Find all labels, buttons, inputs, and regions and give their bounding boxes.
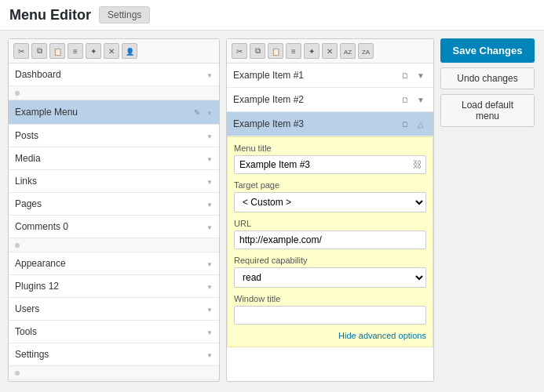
menu-title-group: Menu title ⛓ xyxy=(234,143,426,174)
window-title-label: Window title xyxy=(234,294,426,303)
chevron-up-icon[interactable]: △ xyxy=(414,118,427,130)
list-icon[interactable] xyxy=(68,43,83,59)
target-page-select[interactable]: < Custom > Home About Contact xyxy=(234,192,426,212)
window-title-input[interactable] xyxy=(234,306,426,325)
middle-toolbar xyxy=(227,39,433,64)
menu-item-settings[interactable]: Settings xyxy=(9,343,219,366)
capability-label: Required capability xyxy=(234,256,426,265)
add-icon-mid[interactable] xyxy=(304,43,319,59)
window-title-group: Window title xyxy=(234,294,426,325)
list-item-3-expanded: Example Item #3 🗋 △ Menu title ⛓ xyxy=(227,112,433,347)
left-panel: Dashboard Example Menu ✎ Posts Media Li xyxy=(8,38,220,382)
left-divider-1 xyxy=(9,86,219,100)
list-icon-mid[interactable] xyxy=(286,43,301,59)
header: Menu Editor Settings xyxy=(0,0,544,31)
target-page-label: Target page xyxy=(234,180,426,190)
list-item-3-header[interactable]: Example Item #3 🗋 △ xyxy=(227,112,433,136)
chevron-down-icon xyxy=(206,154,213,163)
chevron-down-icon[interactable]: ▼ xyxy=(414,69,427,82)
save-changes-button[interactable]: Save Changes xyxy=(440,38,535,63)
hide-advanced-link[interactable]: Hide advanced options xyxy=(234,331,426,340)
page-icon-3[interactable]: 🗋 xyxy=(399,118,411,130)
menu-item-appearance[interactable]: Appearance xyxy=(9,252,219,275)
chevron-down-icon xyxy=(206,177,213,186)
capability-group: Required capability read edit_posts mana… xyxy=(234,256,426,288)
settings-tab[interactable]: Settings xyxy=(99,6,150,24)
right-panel: Save Changes Undo changes Load default m… xyxy=(440,38,535,382)
chevron-down-icon xyxy=(206,132,213,140)
left-menu-list: Dashboard Example Menu ✎ Posts Media Li xyxy=(9,64,219,380)
menu-item-comments[interactable]: Comments 0 xyxy=(9,216,219,238)
chevron-down-icon xyxy=(206,328,213,336)
paste-icon-mid[interactable] xyxy=(268,43,283,59)
middle-menu-list: Example Item #1 🗋 ▼ Example Item #2 🗋 ▼ … xyxy=(227,64,433,380)
page-title: Menu Editor xyxy=(9,7,91,24)
list-item-1[interactable]: Example Item #1 🗋 ▼ xyxy=(227,64,433,88)
chevron-down-icon xyxy=(206,282,213,291)
url-label: URL xyxy=(234,219,426,228)
chevron-down-icon xyxy=(206,200,213,209)
undo-changes-button[interactable]: Undo changes xyxy=(440,67,535,89)
left-divider-2 xyxy=(9,238,219,252)
remove-icon-mid[interactable] xyxy=(322,43,338,59)
copy-icon-mid[interactable] xyxy=(250,43,265,59)
menu-item-tools[interactable]: Tools xyxy=(9,321,219,343)
menu-item-media[interactable]: Media xyxy=(9,147,219,170)
target-page-group: Target page < Custom > Home About Contac… xyxy=(234,180,426,212)
remove-icon[interactable] xyxy=(104,43,119,59)
menu-title-input-wrapper: ⛓ xyxy=(234,155,426,174)
left-divider-3 xyxy=(9,366,219,380)
chevron-down-icon xyxy=(206,223,213,231)
copy-icon[interactable] xyxy=(31,43,47,59)
main-layout: Dashboard Example Menu ✎ Posts Media Li xyxy=(0,31,544,390)
page-icon-2[interactable]: 🗋 xyxy=(399,93,411,106)
add-icon[interactable] xyxy=(86,43,101,59)
menu-item-dashboard[interactable]: Dashboard xyxy=(9,64,219,86)
chevron-down-icon[interactable]: ▼ xyxy=(414,93,427,106)
list-item-2[interactable]: Example Item #2 🗋 ▼ xyxy=(227,88,433,112)
link-icon: ⛓ xyxy=(413,159,422,170)
chevron-down-icon xyxy=(206,305,213,314)
expanded-form: Menu title ⛓ Target page < Custom > Home… xyxy=(227,136,433,347)
url-input[interactable] xyxy=(234,230,426,249)
load-default-button[interactable]: Load default menu xyxy=(440,94,535,127)
edit-icon[interactable]: ✎ xyxy=(191,106,203,118)
cut-icon[interactable] xyxy=(13,43,29,59)
middle-panel: Example Item #1 🗋 ▼ Example Item #2 🗋 ▼ … xyxy=(226,38,434,382)
user-icon[interactable] xyxy=(122,43,137,59)
menu-item-example-menu[interactable]: Example Menu ✎ xyxy=(9,100,219,125)
sort-za-icon[interactable] xyxy=(358,43,374,59)
menu-item-posts[interactable]: Posts xyxy=(9,125,219,147)
chevron-down-icon xyxy=(206,260,213,268)
menu-title-input[interactable] xyxy=(234,155,426,174)
capability-select[interactable]: read edit_posts manage_options xyxy=(234,267,426,288)
menu-title-label: Menu title xyxy=(234,143,426,153)
menu-item-users[interactable]: Users xyxy=(9,298,219,321)
page-icon-1[interactable]: 🗋 xyxy=(399,69,411,82)
cut-icon-mid[interactable] xyxy=(232,43,247,59)
paste-icon[interactable] xyxy=(49,43,65,59)
menu-item-pages[interactable]: Pages xyxy=(9,193,219,216)
menu-item-plugins[interactable]: Plugins 12 xyxy=(9,275,219,298)
chevron-down-icon xyxy=(206,350,213,359)
url-group: URL xyxy=(234,219,426,249)
sort-az-icon[interactable] xyxy=(340,43,356,59)
left-toolbar xyxy=(9,39,219,64)
chevron-down-icon xyxy=(206,108,213,117)
chevron-down-icon xyxy=(206,71,213,79)
menu-item-links[interactable]: Links xyxy=(9,170,219,193)
